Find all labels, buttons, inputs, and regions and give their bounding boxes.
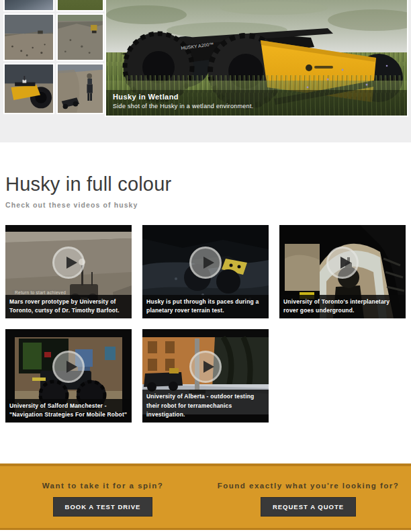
beach-scene <box>5 15 53 60</box>
play-icon[interactable] <box>52 247 85 279</box>
hero-caption: Husky in Wetland Side shot of the Husky … <box>106 90 407 116</box>
video-caption: University of Salford Manchester - "Navi… <box>5 399 132 423</box>
play-icon[interactable] <box>189 247 222 279</box>
video-grid: Return to start achieved Mars rover prot… <box>5 225 406 423</box>
cta-test-drive-heading: Want to take it for a spin? <box>42 482 164 490</box>
photo-gallery: HUSKY A200™ Husky in Wetland Side shot o… <box>0 0 411 142</box>
gallery-thumbnail-beach[interactable] <box>3 13 54 61</box>
hero-caption-title: Husky in Wetland <box>113 93 400 101</box>
cta-test-drive-column: Want to take it for a spin? BOOK A TEST … <box>0 466 205 528</box>
play-icon[interactable] <box>52 351 85 383</box>
cta-quote-heading: Found exactly what you're looking for? <box>218 482 400 490</box>
videos-section-header: Husky in full colour Check out these vid… <box>0 142 411 209</box>
gallery-thumbnail-operator-beach[interactable] <box>56 63 104 114</box>
request-quote-button[interactable]: REQUEST A QUOTE <box>261 497 356 517</box>
quarry-scene <box>58 15 103 60</box>
gallery-hero-image[interactable]: HUSKY A200™ Husky in Wetland Side shot o… <box>105 0 408 117</box>
video-caption: University of Alberta - outdoor testing … <box>142 390 269 423</box>
play-icon[interactable] <box>326 247 359 279</box>
page-subtitle: Check out these videos of husky <box>5 201 406 209</box>
gallery-thumbnail-husky-closeup[interactable] <box>3 63 54 114</box>
husky-closeup-scene <box>5 64 53 113</box>
operator-beach-scene <box>58 64 103 113</box>
video-caption: University of Toronto's interplanetary r… <box>279 295 406 318</box>
page-title: Husky in full colour <box>5 173 406 195</box>
play-icon[interactable] <box>189 351 222 383</box>
hero-caption-subtitle: Side shot of the Husky in a wetland envi… <box>113 103 400 109</box>
video-card-underground[interactable]: University of Toronto's interplanetary r… <box>279 225 406 318</box>
gallery-thumbnail-grass[interactable] <box>56 0 104 11</box>
cta-quote-column: Found exactly what you're looking for? R… <box>205 466 411 528</box>
video-card-terrain-test[interactable]: Husky is put through its paces during a … <box>142 225 269 318</box>
cta-banner: Want to take it for a spin? BOOK A TEST … <box>0 463 411 530</box>
gallery-thumbnail-mountain[interactable] <box>3 0 54 11</box>
book-test-drive-button[interactable]: BOOK A TEST DRIVE <box>53 497 153 517</box>
gallery-thumbnail-quarry[interactable] <box>56 13 104 61</box>
video-card-salford[interactable]: University of Salford Manchester - "Navi… <box>5 329 132 423</box>
video-caption: Husky is put through its paces during a … <box>142 295 269 318</box>
video-caption: Mars rover prototype by University of To… <box>5 295 132 318</box>
video-card-alberta[interactable]: University of Alberta - outdoor testing … <box>142 329 269 423</box>
banner-bottom-strip <box>0 528 411 530</box>
video-card-mars-rover[interactable]: Return to start achieved Mars rover prot… <box>5 225 132 318</box>
